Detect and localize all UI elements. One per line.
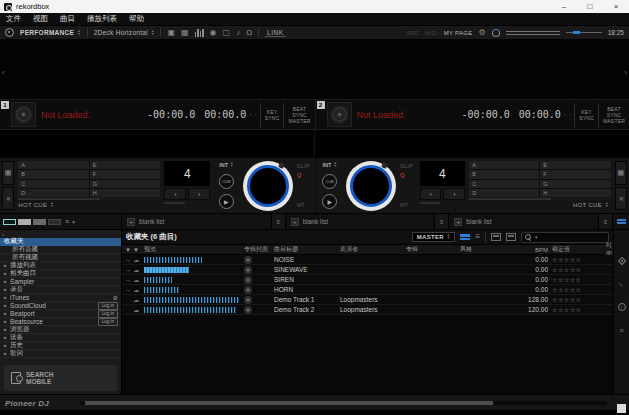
expand-arrow-icon[interactable]: ▶ xyxy=(4,312,7,316)
expand-arrow-icon[interactable]: ▶ xyxy=(4,352,7,356)
sidebar-item-recordings[interactable]: ▶ 录音 xyxy=(0,286,121,294)
info-icon[interactable]: i xyxy=(618,303,626,311)
deck1-mt-button[interactable]: MT xyxy=(297,202,305,208)
sidebar-item-beatport[interactable]: ▶ Beatport Log in xyxy=(0,310,121,318)
expand-arrow-icon[interactable]: ▶ xyxy=(4,272,7,276)
search-mobile-button[interactable]: SEARCH MOBILE xyxy=(4,365,117,391)
beat-jump-back-button[interactable]: ‹ xyxy=(164,188,186,200)
expand-arrow-icon[interactable]: ▶ xyxy=(4,344,7,348)
headphone-knob-icon[interactable] xyxy=(492,29,500,37)
master-deck-select[interactable]: MASTER ▲▼ xyxy=(412,232,456,242)
waveform-preview[interactable] xyxy=(144,267,189,273)
col-album[interactable]: 专辑 xyxy=(406,245,460,254)
waveform-preview[interactable] xyxy=(144,277,172,283)
hot-cue-pad-c[interactable]: C xyxy=(18,180,88,188)
playlist-tab-1[interactable]: + blank list xyxy=(122,214,272,229)
hot-cue-pad-a[interactable]: A xyxy=(469,161,539,169)
hot-cue-pad-h[interactable]: H xyxy=(90,189,161,197)
minimize-button[interactable]: – xyxy=(551,0,577,13)
color-swatch[interactable] xyxy=(48,219,61,225)
hot-cue-pad-b[interactable]: B xyxy=(18,170,88,178)
window-full-icon[interactable] xyxy=(506,233,516,241)
menu-playlist[interactable]: 播放列表 xyxy=(87,14,117,24)
col-bpm[interactable]: BPM xyxy=(518,247,548,253)
deck1-key-sync-button[interactable]: KEY SYNC xyxy=(260,103,284,127)
deck2-beat-sync-button[interactable]: BEAT SYNC MASTER xyxy=(598,103,629,127)
collapse-right-icon[interactable]: › xyxy=(624,68,627,77)
expand-arrow-icon[interactable]: ▶ xyxy=(4,296,7,300)
hot-cue-pad-f[interactable]: F xyxy=(90,170,161,178)
next-icon[interactable]: › xyxy=(255,112,257,117)
crossfader-slider[interactable] xyxy=(506,30,560,35)
table-row[interactable]: ☁ Demo Track 2 Loopmasters 120.00 ☆☆☆☆☆ xyxy=(122,305,613,315)
tag-icon[interactable] xyxy=(617,257,625,265)
mic-icon[interactable]: ♪ xyxy=(236,29,240,37)
collapse-left-icon[interactable]: ‹ xyxy=(2,68,5,77)
deck1-beat-sync-button[interactable]: BEAT SYNC MASTER xyxy=(283,103,314,127)
col-genre[interactable]: 风格 xyxy=(460,245,518,254)
expand-arrow-icon[interactable]: ▶ xyxy=(4,288,7,292)
waveform-preview[interactable] xyxy=(144,297,239,303)
hot-cue-pad-g[interactable]: G xyxy=(540,180,610,188)
table-row[interactable]: →☁ SIREN 0.00 ☆☆☆☆☆ xyxy=(122,275,613,285)
filter-icon[interactable]: ▼ xyxy=(133,247,139,253)
settings-gear-icon[interactable]: ⚙ xyxy=(479,29,486,37)
table-row[interactable]: →☁ HORN 0.00 ☆☆☆☆☆ xyxy=(122,285,613,295)
deck2-mt-button[interactable]: MT xyxy=(400,202,408,208)
mixer-icon[interactable] xyxy=(195,29,204,37)
track-rating[interactable]: ☆☆☆☆☆ xyxy=(548,266,606,273)
expand-arrow-icon[interactable]: ▶ xyxy=(4,320,7,324)
playlist-tab-3[interactable]: + blank list xyxy=(449,214,599,229)
sidebar-item-itunes[interactable]: ▶ iTunes ⚙ xyxy=(0,294,121,302)
hot-cue-pad-e[interactable]: E xyxy=(90,161,161,169)
sidebar-item-soundcloud[interactable]: ▶ SoundCloud Log in xyxy=(0,302,121,310)
beat-jump-back-button[interactable]: ‹ xyxy=(420,188,442,200)
deck2-quantize-button[interactable]: Q xyxy=(400,172,405,178)
add-track-icon[interactable]: + xyxy=(454,218,462,226)
deck1-quantize-button[interactable]: Q xyxy=(297,172,302,178)
menu-help[interactable]: 帮助 xyxy=(129,14,144,24)
list-icon[interactable]: ≡ xyxy=(619,327,623,334)
chevron-down-icon[interactable]: ▼ xyxy=(71,219,76,225)
waveform-preview[interactable] xyxy=(144,257,202,263)
pads-panel-icon[interactable]: ▦ xyxy=(2,161,14,185)
color-swatch[interactable] xyxy=(33,219,46,225)
maximize-button[interactable]: □ xyxy=(577,0,603,13)
mode-select[interactable]: PERFORMANCE ▲▼ xyxy=(20,29,81,36)
filter-icon[interactable]: ▼ xyxy=(125,247,131,253)
table-row[interactable]: ☁ Demo Track 1 Loopmasters 128.00 ☆☆☆☆☆ xyxy=(122,295,613,305)
col-preview[interactable]: 预览 xyxy=(144,245,244,254)
list-view-icon[interactable]: ≡ xyxy=(475,233,480,241)
deck1-int-mode[interactable]: INT ▲▼ xyxy=(219,162,233,168)
deck2-jog-wheel[interactable] xyxy=(346,161,396,211)
hot-cue-pad-d[interactable]: D xyxy=(18,189,88,197)
lighting-icon[interactable]: Ω xyxy=(246,29,252,37)
panel-toggle-icon[interactable] xyxy=(613,214,629,229)
deck2-key-sync-button[interactable]: KEY SYNC xyxy=(574,103,598,127)
expand-arrow-icon[interactable]: ▶ xyxy=(4,328,7,332)
deck1-play-button[interactable]: ▶ xyxy=(219,194,234,209)
menu-track[interactable]: 曲目 xyxy=(60,14,75,24)
waveform-preview[interactable] xyxy=(144,307,236,313)
layout-select[interactable]: 2Deck Horizontal ▲▼ xyxy=(94,29,155,36)
chevron-down-icon[interactable]: ▼ xyxy=(534,235,538,240)
beat-jump-forward-button[interactable]: › xyxy=(443,188,465,200)
waveform-preview[interactable] xyxy=(144,287,179,293)
hot-cue-pad-a[interactable]: A xyxy=(18,161,88,169)
menu-view[interactable]: 视图 xyxy=(33,14,48,24)
col-rating[interactable]: 额定值 xyxy=(548,245,606,254)
my-page-button[interactable]: MY PAGE xyxy=(444,30,473,36)
record-icon[interactable]: ◉ xyxy=(210,29,217,37)
hot-cue-pad-c[interactable]: C xyxy=(469,180,539,188)
volume-slider[interactable] xyxy=(566,30,602,35)
table-row[interactable]: →☁ SINEWAVE 0.00 ☆☆☆☆☆ xyxy=(122,265,613,275)
window-split-icon[interactable] xyxy=(491,233,501,241)
hot-cue-pad-d[interactable]: D xyxy=(469,189,539,197)
hot-cue-pad-b[interactable]: B xyxy=(469,170,539,178)
pads-panel-icon[interactable]: ▦ xyxy=(615,161,627,185)
pad-button[interactable]: PAD xyxy=(407,30,419,36)
close-button[interactable]: × xyxy=(603,0,629,13)
expand-arrow-icon[interactable]: ▶ xyxy=(4,264,7,268)
gear-icon[interactable]: ⚙ xyxy=(113,295,118,301)
split-view-icon[interactable]: ▣ xyxy=(167,29,175,37)
